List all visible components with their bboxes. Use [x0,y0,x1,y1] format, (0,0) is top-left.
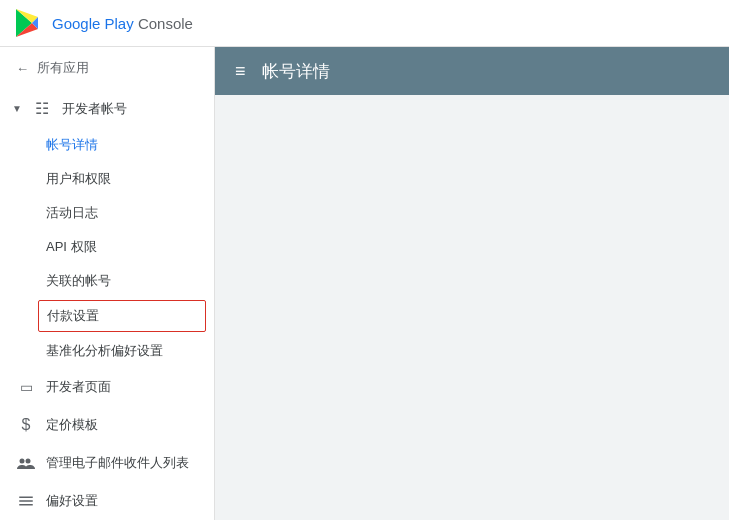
preferences-label: 偏好设置 [46,492,98,510]
sidebar-item-users-permissions[interactable]: 用户和权限 [0,162,214,196]
main-header: ≡ 帐号详情 [215,47,729,95]
developer-section: ▼ ☷ 开发者帐号 帐号详情 用户和权限 活动日志 API [0,89,214,368]
back-label: 所有应用 [37,59,89,77]
sidebar-item-activity-log[interactable]: 活动日志 [0,196,214,230]
developer-section-label: 开发者帐号 [62,100,127,118]
pricing-icon: $ [16,416,36,434]
logo: Google Play Console [12,7,193,39]
email-list-label: 管理电子邮件收件人列表 [46,454,189,472]
sidebar-item-developer-page[interactable]: ▭ 开发者页面 [0,368,214,406]
main-content: ≡ 帐号详情 [215,47,729,520]
preferences-icon [16,492,36,510]
back-button[interactable]: ← 所有应用 [0,47,214,89]
sidebar: ← 所有应用 ▼ ☷ 开发者帐号 帐号详情 用户和权限 活动 [0,47,215,520]
expand-icon: ▼ [12,103,22,114]
email-list-icon [16,456,36,470]
sidebar-item-email-list[interactable]: 管理电子邮件收件人列表 [0,444,214,482]
sidebar-item-pricing-templates[interactable]: $ 定价模板 [0,406,214,444]
hamburger-icon[interactable]: ≡ [235,61,246,82]
developer-section-header: ▼ ☷ 开发者帐号 [0,89,214,128]
sidebar-item-account-details[interactable]: 帐号详情 [0,128,214,162]
svg-point-4 [20,459,25,464]
app-title: Google Play Console [52,15,193,32]
main-header-title: 帐号详情 [262,60,330,83]
back-arrow-icon: ← [16,61,29,76]
app-header: Google Play Console [0,0,729,47]
developer-page-icon: ▭ [16,379,36,395]
sidebar-item-api-access[interactable]: API 权限 [0,230,214,264]
developer-page-label: 开发者页面 [46,378,111,396]
main-layout: ← 所有应用 ▼ ☷ 开发者帐号 帐号详情 用户和权限 活动 [0,47,729,520]
sidebar-item-linked-accounts[interactable]: 关联的帐号 [0,264,214,298]
sidebar-item-payment-settings[interactable]: 付款设置 [38,300,206,332]
google-play-icon [12,7,44,39]
sidebar-item-analytics-settings[interactable]: 基准化分析偏好设置 [0,334,214,368]
svg-point-5 [26,459,31,464]
developer-icon: ☷ [32,99,52,118]
main-body [215,95,729,520]
sidebar-item-preferences[interactable]: 偏好设置 [0,482,214,520]
developer-sub-items: 帐号详情 用户和权限 活动日志 API 权限 关联的帐号 [0,128,214,368]
pricing-templates-label: 定价模板 [46,416,98,434]
